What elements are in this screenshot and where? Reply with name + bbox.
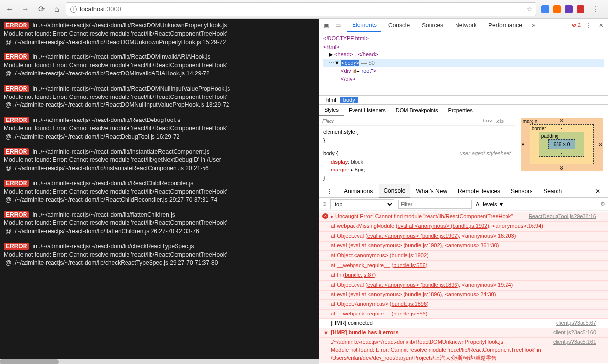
stack-line: at Object.eval (eval at <anonymous> (bun… — [319, 231, 608, 241]
devtools-close-icon[interactable]: ✕ — [596, 21, 606, 30]
devtools-settings-icon[interactable]: ⋮ — [583, 21, 593, 30]
extension-icon[interactable] — [565, 5, 573, 13]
stack-line: at webpackMissingModule (eval at <anonym… — [319, 221, 608, 231]
stack-line: at Object.eval (eval at <anonymous> (bun… — [319, 280, 608, 290]
console-line: ✕ReactDebugTool.js?9e38:16▸ Uncaught Err… — [319, 212, 608, 221]
more-tabs-icon[interactable]: » — [529, 21, 539, 30]
hov-toggle[interactable]: :hov — [480, 118, 493, 124]
error-badge: ERROR — [4, 53, 29, 60]
dom-tree[interactable]: <!DOCTYPE html> <html> ▶ <head>…</head> … — [319, 32, 608, 95]
drawer-tab-search[interactable]: Search — [538, 185, 567, 197]
drawer-tab-remote[interactable]: Remote devices — [453, 185, 505, 197]
stack-line: at fn (bundle.js:87) — [319, 270, 608, 280]
bookmark-icon[interactable]: ☆ — [526, 5, 532, 13]
stack-line: at Object.<anonymous> (bundle.js:1896) — [319, 299, 608, 309]
stack-line: at __webpack_require__ (bundle.js:556) — [319, 261, 608, 270]
extension-icon[interactable] — [577, 5, 584, 13]
styles-filter-input[interactable] — [322, 118, 480, 124]
drawer-tab-whatsnew[interactable]: What's New — [411, 185, 452, 197]
drawer-tab-animations[interactable]: Animations — [339, 185, 378, 197]
console-drawer: ⋮ Animations Console What's New Remote d… — [319, 184, 608, 364]
context-select[interactable]: top — [330, 199, 394, 209]
clear-console-icon[interactable]: ⊘ — [322, 201, 327, 207]
console-filter-input[interactable] — [398, 200, 472, 209]
error-block: ERROR in ./~/adminlte-reactjs/~/react-do… — [4, 116, 315, 141]
tab-console[interactable]: Console — [383, 19, 415, 32]
drawer-close-icon[interactable]: ✕ — [590, 185, 605, 197]
error-block: ERROR in ./~/adminlte-reactjs/~/react-do… — [4, 148, 315, 172]
drawer-tab-console[interactable]: Console — [379, 184, 410, 198]
stack-line: at eval (eval at <anonymous> (bundle.js:… — [319, 241, 608, 251]
error-badge: ERROR — [4, 148, 29, 155]
box-model[interactable]: margin 8888 border -- padding -- 636 × 0 — [515, 105, 608, 184]
styles-tabs: Styles Event Listeners DOM Breakpoints P… — [319, 105, 515, 116]
error-block: ERROR in ./~/adminlte-reactjs/~/react-do… — [4, 22, 315, 46]
devtools-tabs: ▣ ▭ Elements Console Sources Network Per… — [319, 19, 608, 32]
stack-line: at __webpack_require__ (bundle.js:556) — [319, 309, 608, 319]
log-level-select[interactable]: All levels ▼ — [476, 201, 504, 207]
error-block: ERROR in ./~/adminlte-reactjs/~/react-do… — [4, 243, 315, 267]
page-content: ERROR in ./~/adminlte-reactjs/~/react-do… — [0, 19, 319, 364]
drawer-menu-icon[interactable]: ⋮ — [322, 185, 338, 197]
styles-body[interactable]: element.style { } user agent stylesheetb… — [319, 126, 515, 184]
error-block: ERROR in ./~/adminlte-reactjs/~/react-do… — [4, 211, 315, 235]
tab-sources[interactable]: Sources — [417, 19, 448, 32]
tab-network[interactable]: Network — [450, 19, 481, 32]
error-badge: ERROR — [4, 211, 29, 218]
extension-icon[interactable] — [553, 5, 561, 13]
console-line: client.js?3ac5:161./~/adminlte-reactjs/~… — [319, 338, 608, 363]
drawer-tab-sensors[interactable]: Sensors — [506, 185, 537, 197]
stack-line: at eval (eval at <anonymous> (bundle.js:… — [319, 290, 608, 300]
doctype-node: <!DOCTYPE html> — [323, 35, 369, 41]
tab-styles[interactable]: Styles — [319, 105, 344, 116]
error-badge: ERROR — [4, 117, 29, 123]
tab-event-listeners[interactable]: Event Listeners — [344, 105, 391, 115]
reload-button[interactable]: ⟳ — [34, 2, 48, 16]
crumb-body[interactable]: body — [340, 97, 358, 103]
console-line: client.js?3ac5:67[HMR] connected — [319, 319, 608, 328]
div-close: </div> — [341, 76, 355, 82]
tab-properties[interactable]: Properties — [443, 105, 478, 115]
error-badge: ERROR — [4, 180, 29, 187]
crumb-html[interactable]: html — [323, 97, 339, 103]
tab-elements[interactable]: Elements — [347, 19, 381, 32]
error-badge[interactable]: ⊘ 2 — [572, 22, 581, 28]
forward-button[interactable]: → — [19, 2, 32, 16]
tab-performance[interactable]: Performance — [483, 19, 527, 32]
tab-dom-breakpoints[interactable]: DOM Breakpoints — [391, 105, 443, 115]
extension-icon[interactable] — [541, 5, 549, 13]
head-node[interactable]: <head>…</head> — [334, 51, 378, 57]
breadcrumb[interactable]: html body — [319, 95, 608, 104]
home-button[interactable]: ⌂ — [50, 2, 64, 16]
site-info-icon[interactable]: i — [70, 6, 77, 13]
html-node[interactable]: <html> — [323, 44, 340, 49]
error-block: ERROR in ./~/adminlte-reactjs/~/react-do… — [4, 179, 315, 204]
inspect-icon[interactable]: ▣ — [321, 21, 331, 30]
extensions: ⋮ — [538, 2, 605, 16]
browser-menu-icon[interactable]: ⋮ — [588, 2, 602, 16]
error-badge: ERROR — [4, 22, 29, 29]
device-mode-icon[interactable]: ▭ — [333, 21, 343, 30]
console-settings-icon[interactable]: ⚙ — [600, 201, 605, 207]
horizontal-scrollbar[interactable] — [0, 359, 319, 364]
browser-toolbar: ← → ⟳ ⌂ i localhost:3000 ☆ ⋮ — [0, 0, 608, 19]
body-node[interactable]: <body> — [341, 60, 359, 66]
url-text: localhost:3000 — [80, 5, 121, 13]
address-bar[interactable]: i localhost:3000 ☆ — [66, 2, 536, 16]
cls-toggle[interactable]: .cls — [496, 118, 504, 124]
console-line: ▼client.js?3ac5:160[HMR] bundle has 8 er… — [319, 328, 608, 338]
stack-line: at Object.<anonymous> (bundle.js:1902) — [319, 251, 608, 261]
error-block: ERROR in ./~/adminlte-reactjs/~/react-do… — [4, 53, 315, 77]
new-rule-icon[interactable]: ＋ — [507, 117, 512, 124]
error-block: ERROR in ./~/adminlte-reactjs/~/react-do… — [4, 85, 315, 109]
devtools-panel: ▣ ▭ Elements Console Sources Network Per… — [319, 19, 608, 364]
back-button[interactable]: ← — [3, 2, 17, 16]
error-badge: ERROR — [4, 243, 29, 250]
error-badge: ERROR — [4, 85, 29, 92]
console-output[interactable]: ✕ReactDebugTool.js?9e38:16▸ Uncaught Err… — [319, 211, 608, 364]
